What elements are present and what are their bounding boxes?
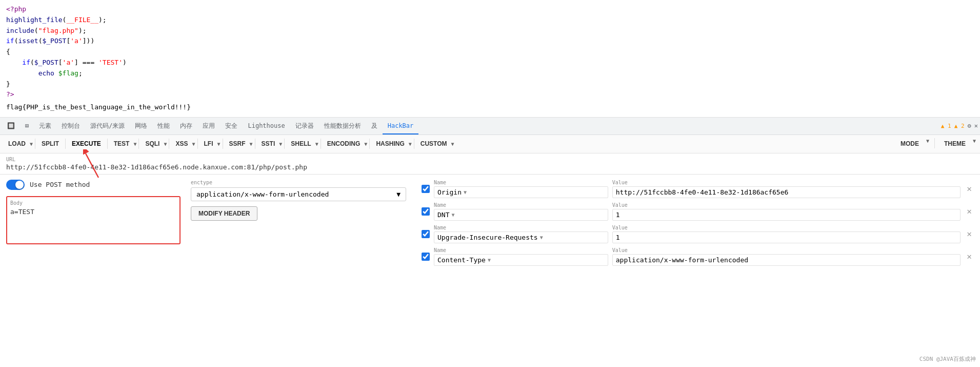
header-origin-delete[interactable]: ✕ [965,184,974,194]
tab-application[interactable]: 应用 [197,117,220,134]
test-dropdown-arrow[interactable]: ▼ [133,141,136,147]
header-dnt-name-input[interactable]: DNT ▼ [434,209,608,221]
tab-security[interactable]: 安全 [220,117,243,134]
mode-button[interactable]: MODE [896,138,923,149]
tab-hackbar[interactable]: HackBar [383,117,419,134]
header-row-dnt: Name DNT ▼ Value 1 ✕ [422,202,974,221]
header-upgrade-delete[interactable]: ✕ [965,229,974,239]
tab-console[interactable]: 控制台 [56,117,85,134]
separator [284,139,285,149]
header-content-type-value-col: Value application/x-www-form-urlencoded [612,247,961,266]
mode-dropdown-arrow[interactable]: ▼ [926,138,929,149]
code-area: <?php highlight_file(__FILE__); include(… [0,0,980,118]
header-dnt-value-col: Value 1 [612,202,961,221]
separator [35,139,35,149]
tab-performance[interactable]: 性能 [152,117,175,134]
tab-recorder[interactable]: 记录器 [290,117,319,134]
url-value: http://51fccbb8-4fe0-4e11-8e32-1d186acf6… [6,163,974,171]
sqli-dropdown-arrow[interactable]: ▼ [164,141,167,147]
header-content-type-name-col: Name Content-Type ▼ [434,247,608,266]
sqli-button[interactable]: SQLI [141,138,164,149]
tab-lighthouse[interactable]: Lighthouse [243,117,290,134]
header-content-type-value-input[interactable]: application/x-www-form-urlencoded [612,254,961,266]
header-upgrade-value-col: Value 1 [612,225,961,243]
execute-button[interactable]: EXECUTE [68,138,105,149]
header-origin-name-col: Name Origin ▼ [434,180,608,198]
header-dnt-value-value: 1 [616,211,620,219]
encoding-dropdown-arrow[interactable]: ▼ [364,141,367,147]
theme-dropdown-arrow[interactable]: ▼ [973,138,976,149]
header-name-label: Name [434,225,608,230]
hashing-dropdown-arrow[interactable]: ▼ [409,141,412,147]
lfi-button[interactable]: LFI [200,138,217,149]
body-input[interactable]: a=TEST [10,208,176,239]
code-line: include("flag.php"); [6,26,974,36]
hackbar-toolbar: LOAD ▼ SPLIT EXECUTE TEST ▼ SQLI ▼ XSS ▼… [0,135,980,153]
header-dnt-delete[interactable]: ✕ [965,206,974,216]
header-content-type-checkbox[interactable] [422,253,430,261]
tab-memory[interactable]: 内存 [175,117,197,134]
ssti-dropdown-arrow[interactable]: ▼ [279,141,282,147]
ssti-button[interactable]: SSTI [257,138,279,149]
tab-perf-insights[interactable]: 性能数据分析 [319,117,366,134]
header-origin-name-value: Origin [437,188,462,196]
hashing-button[interactable]: HASHING [372,138,408,149]
header-content-type-name-dropdown[interactable]: ▼ [488,257,491,263]
header-origin-value-value: http://51fccbb8-4fe0-4e11-8e32-1d186acf6… [616,188,789,196]
test-button[interactable]: TEST [110,138,134,149]
devtools-icons: ▲ 1 ▲ 2 ⚙ ✕ [941,122,978,129]
split-button[interactable]: SPLIT [37,138,63,149]
close-devtools-icon[interactable]: ✕ [974,122,978,129]
header-origin-name-dropdown[interactable]: ▼ [464,189,467,195]
separator [321,139,321,149]
header-dnt-checkbox[interactable] [422,207,430,216]
header-origin-value-col: Value http://51fccbb8-4fe0-4e11-8e32-1d1… [612,180,961,198]
modify-header-button[interactable]: MODIFY HEADER [191,206,257,221]
ssrf-dropdown-arrow[interactable]: ▼ [250,141,253,147]
tab-icon2[interactable]: ⊞ [20,117,34,134]
left-panel: Use POST method Body a=TEST [6,180,181,270]
tab-network[interactable]: 网络 [130,117,152,134]
separator [138,139,139,149]
tab-sources[interactable]: 源代码/来源 [85,117,130,134]
hackbar-toolbar-wrapper: LOAD ▼ SPLIT EXECUTE TEST ▼ SQLI ▼ XSS ▼… [0,135,980,153]
tab-elements[interactable]: 元素 [34,117,56,134]
post-method-toggle[interactable] [6,180,25,190]
header-upgrade-value-value: 1 [616,234,620,241]
shell-button[interactable]: SHELL [287,138,315,149]
header-upgrade-checkbox[interactable] [422,230,430,238]
header-content-type-delete[interactable]: ✕ [965,252,974,261]
enctype-select[interactable]: application/x-www-form-urlencoded ▼ [191,187,406,201]
header-upgrade-value-input[interactable]: 1 [612,231,961,243]
header-origin-cols: Name Origin ▼ Value http://51fccbb8-4fe0… [434,180,961,198]
custom-dropdown-arrow[interactable]: ▼ [451,141,454,147]
header-value-label: Value [612,247,961,253]
tab-misc[interactable]: 及 [366,117,383,134]
header-name-label: Name [434,180,608,185]
shell-dropdown-arrow[interactable]: ▼ [315,141,318,147]
ssrf-button[interactable]: SSRF [225,138,250,149]
header-content-type-name-input[interactable]: Content-Type ▼ [434,254,608,266]
header-origin-value-input[interactable]: http://51fccbb8-4fe0-4e11-8e32-1d186acf6… [612,186,961,198]
tab-icon1[interactable]: 🔲 [2,117,20,134]
header-row-content-type: Name Content-Type ▼ Value application/x-… [422,247,974,266]
code-line: } [6,79,974,90]
xss-dropdown-arrow[interactable]: ▼ [192,141,195,147]
header-upgrade-name-dropdown[interactable]: ▼ [540,235,543,240]
header-upgrade-name-input[interactable]: Upgrade-Insecure-Requests ▼ [434,231,608,243]
header-origin-checkbox[interactable] [422,185,430,193]
load-button[interactable]: LOAD [4,138,30,149]
header-upgrade-name-value: Upgrade-Insecure-Requests [437,234,538,241]
settings-icon[interactable]: ⚙ [968,122,971,129]
header-row-origin: Name Origin ▼ Value http://51fccbb8-4fe0… [422,180,974,198]
xss-button[interactable]: XSS [171,138,192,149]
header-dnt-value-input[interactable]: 1 [612,209,961,221]
header-dnt-name-dropdown[interactable]: ▼ [451,212,454,218]
flag-line: flag{PHP_is_the_best_language_in_the_wor… [6,102,974,113]
load-dropdown-arrow[interactable]: ▼ [30,141,33,147]
custom-button[interactable]: CUSTOM [416,138,451,149]
encoding-button[interactable]: ENCODING [323,138,365,149]
header-origin-name-input[interactable]: Origin ▼ [434,186,608,198]
theme-button[interactable]: THEME [940,138,970,149]
lfi-dropdown-arrow[interactable]: ▼ [217,141,221,147]
